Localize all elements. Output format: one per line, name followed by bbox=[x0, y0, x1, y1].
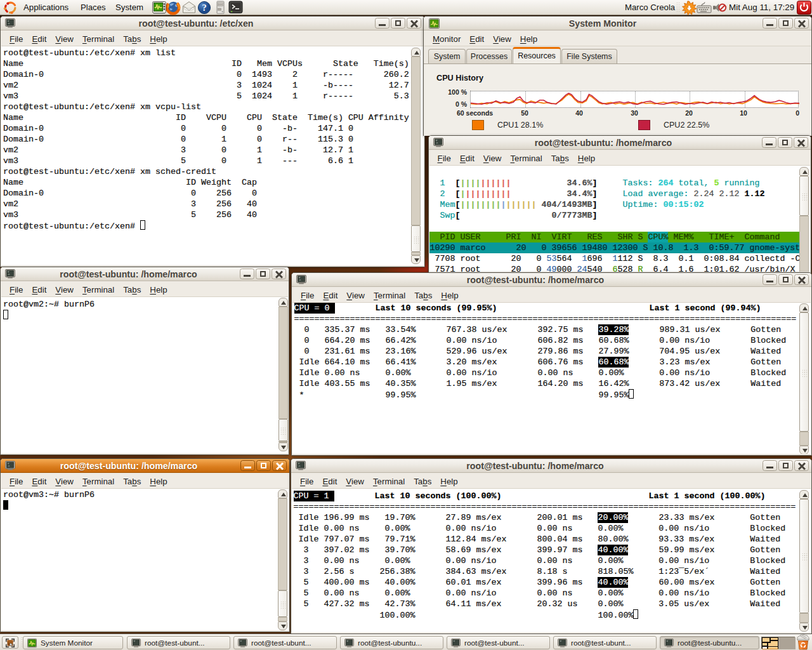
svg-text:?: ? bbox=[202, 3, 206, 13]
